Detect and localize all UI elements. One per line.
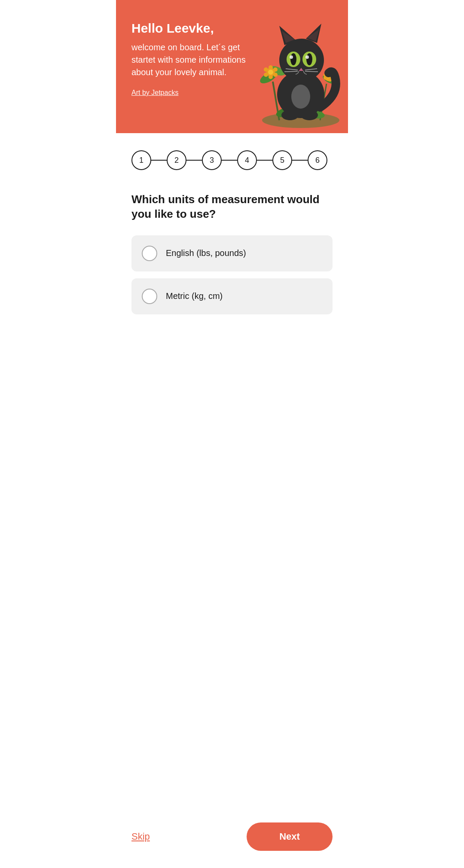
next-button[interactable]: Next xyxy=(247,822,333,851)
svg-point-34 xyxy=(306,53,312,65)
step-line-4-5 xyxy=(257,160,272,161)
svg-line-39 xyxy=(284,71,298,72)
step-2: 2 xyxy=(167,150,186,170)
svg-point-35 xyxy=(290,55,293,59)
svg-point-11 xyxy=(273,67,278,72)
measurement-options: English (lbs, pounds) Metric (kg, cm) xyxy=(131,235,333,314)
step-line-2-3 xyxy=(186,160,202,161)
option-metric-label: Metric (kg, cm) xyxy=(166,291,223,301)
step-5: 5 xyxy=(272,150,292,170)
hero-section: Hello Leevke, welcome on board. Let´s ge… xyxy=(116,0,348,133)
option-english-label: English (lbs, pounds) xyxy=(166,248,246,258)
svg-point-36 xyxy=(305,55,309,59)
progress-stepper: 1 2 3 4 5 6 xyxy=(131,150,333,170)
question-title: Which units of measurement would you lik… xyxy=(131,192,333,222)
step-6: 6 xyxy=(308,150,327,170)
svg-point-10 xyxy=(269,65,273,70)
art-attribution-link[interactable]: Art by Jetpacks xyxy=(131,89,178,97)
radio-metric xyxy=(142,289,157,304)
svg-point-43 xyxy=(281,110,299,120)
hero-subtitle: welcome on board. Let´s get startet with… xyxy=(131,41,252,79)
svg-line-41 xyxy=(305,71,318,72)
svg-point-42 xyxy=(291,85,310,109)
cat-illustration xyxy=(253,4,348,129)
hero-text-block: Hello Leevke, welcome on board. Let´s ge… xyxy=(131,21,252,97)
option-metric[interactable]: Metric (kg, cm) xyxy=(131,278,333,314)
bottom-action-bar: Skip Next xyxy=(116,812,348,868)
step-line-5-6 xyxy=(292,160,308,161)
skip-button[interactable]: Skip xyxy=(131,828,150,846)
svg-point-15 xyxy=(264,73,268,77)
stepper-section: 1 2 3 4 5 6 xyxy=(116,133,348,179)
svg-point-7 xyxy=(268,70,273,75)
svg-point-33 xyxy=(290,53,296,65)
svg-point-44 xyxy=(301,110,318,120)
question-section: Which units of measurement would you lik… xyxy=(116,179,348,325)
svg-point-13 xyxy=(269,75,273,79)
step-line-1-2 xyxy=(151,160,167,161)
step-1: 1 xyxy=(131,150,151,170)
radio-english xyxy=(142,246,157,261)
svg-point-26 xyxy=(279,39,324,82)
hero-greeting: Hello Leevke, xyxy=(131,21,252,36)
cat-body xyxy=(277,24,336,120)
svg-point-12 xyxy=(264,67,268,72)
step-4: 4 xyxy=(237,150,257,170)
option-english[interactable]: English (lbs, pounds) xyxy=(131,235,333,271)
step-3: 3 xyxy=(202,150,222,170)
svg-point-14 xyxy=(273,73,278,77)
step-line-3-4 xyxy=(222,160,237,161)
